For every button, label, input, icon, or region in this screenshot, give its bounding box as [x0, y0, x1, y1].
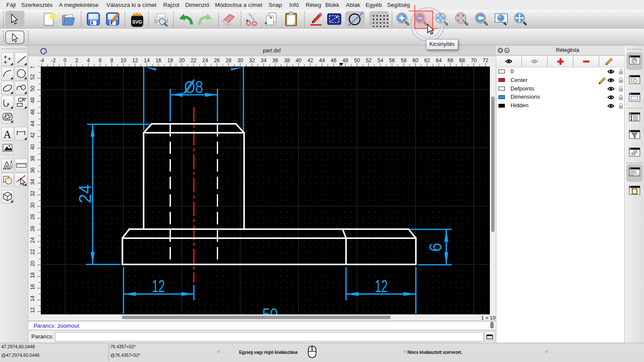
svg-text:42: 42 [307, 57, 313, 63]
svg-text:22: 22 [191, 57, 197, 63]
svg-text:72: 72 [483, 57, 489, 63]
svg-text:34: 34 [261, 57, 267, 63]
svg-text:30: 30 [237, 57, 243, 63]
svg-text:28: 28 [30, 214, 36, 220]
svg-text:40: 40 [296, 57, 302, 63]
svg-text:52: 52 [366, 57, 372, 63]
svg-text:54: 54 [30, 66, 36, 68]
svg-text:54: 54 [377, 57, 383, 63]
svg-text:A: A [3, 129, 11, 140]
svg-text:6: 6 [99, 57, 102, 63]
svg-text:62: 62 [424, 57, 430, 63]
svg-text:18: 18 [30, 272, 36, 278]
svg-text:30: 30 [30, 202, 36, 208]
svg-text:56: 56 [389, 57, 395, 63]
svg-text:-4: -4 [39, 57, 44, 63]
svg-text:20: 20 [30, 261, 36, 267]
svg-text:28: 28 [226, 57, 232, 63]
svg-text:36: 36 [30, 167, 36, 173]
svg-text:48: 48 [343, 57, 349, 63]
svg-text:-2: -2 [51, 57, 56, 63]
svg-text:20: 20 [179, 57, 185, 63]
svg-text:0: 0 [64, 57, 67, 63]
svg-text:8: 8 [110, 57, 113, 63]
svg-text:14: 14 [144, 57, 150, 63]
svg-text:18: 18 [167, 57, 173, 63]
svg-text:2: 2 [75, 57, 78, 63]
svg-text:32: 32 [249, 57, 255, 63]
svg-text:32: 32 [30, 190, 36, 196]
svg-text:12: 12 [132, 57, 138, 63]
svg-text:44: 44 [30, 121, 36, 127]
svg-text:46: 46 [30, 109, 36, 115]
svg-text:48: 48 [30, 97, 36, 103]
svg-text:24: 24 [202, 57, 208, 63]
svg-text:70: 70 [471, 57, 477, 63]
svg-text:50: 50 [262, 305, 278, 314]
svg-text:24: 24 [76, 184, 94, 203]
svg-text:26: 26 [214, 57, 220, 63]
svg-text:26: 26 [30, 226, 36, 232]
svg-text:4: 4 [87, 57, 90, 63]
svg-text:44: 44 [319, 57, 325, 63]
svg-text:10: 10 [121, 57, 127, 63]
svg-text:12: 12 [375, 277, 388, 296]
svg-text:6: 6 [426, 243, 445, 252]
svg-text:50: 50 [354, 57, 360, 63]
svg-text:68: 68 [459, 57, 465, 63]
svg-text:46: 46 [331, 57, 337, 63]
svg-text:14: 14 [30, 296, 36, 302]
svg-text:SVG: SVG [132, 19, 142, 24]
svg-text:58: 58 [401, 57, 407, 63]
svg-text:50: 50 [30, 86, 36, 92]
svg-text:16: 16 [30, 284, 36, 290]
svg-text:52: 52 [30, 74, 36, 80]
svg-text:38: 38 [284, 57, 290, 63]
svg-text:42: 42 [30, 132, 36, 138]
svg-text:60: 60 [413, 57, 419, 63]
svg-text:64: 64 [436, 57, 442, 63]
svg-text:24: 24 [30, 237, 36, 243]
svg-text:12: 12 [152, 277, 165, 296]
svg-text:40: 40 [30, 144, 36, 150]
svg-text:38: 38 [30, 156, 36, 162]
svg-text:36: 36 [272, 57, 278, 63]
svg-text:16: 16 [155, 57, 161, 63]
svg-text:66: 66 [447, 57, 453, 63]
svg-text:22: 22 [30, 249, 36, 255]
svg-text:12: 12 [30, 307, 36, 313]
svg-text:34: 34 [30, 179, 36, 185]
